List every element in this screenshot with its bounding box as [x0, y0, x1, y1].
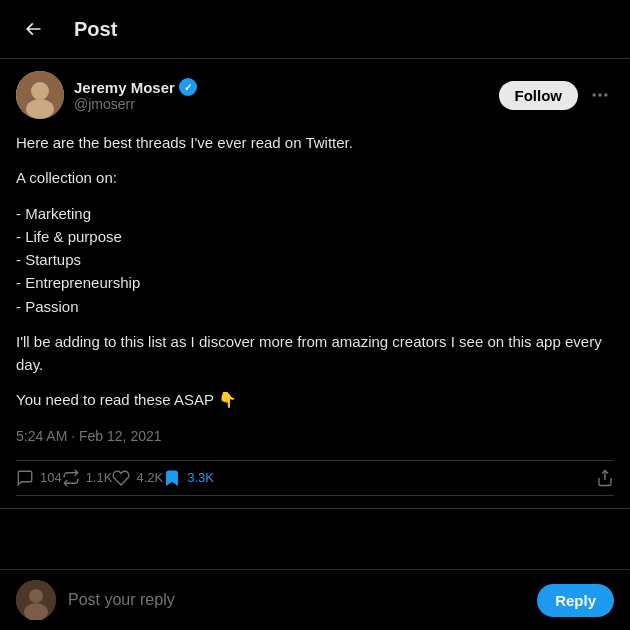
svg-point-1: [31, 82, 49, 100]
tweet-content: Here are the best threads I've ever read…: [16, 131, 614, 412]
comment-icon: [16, 469, 34, 487]
more-button[interactable]: [586, 81, 614, 109]
header: Post: [0, 0, 630, 59]
reply-avatar: [16, 580, 56, 620]
tweet-line3: I'll be adding to this list as I discove…: [16, 330, 614, 377]
tweet-line1: Here are the best threads I've ever read…: [16, 131, 614, 154]
share-icon: [596, 469, 614, 487]
display-name: Jeremy Moser ✓: [74, 78, 197, 96]
svg-point-4: [598, 93, 601, 96]
reply-input[interactable]: [68, 591, 525, 609]
retweets-count: 1.1K: [86, 470, 113, 485]
tweet-timestamp: 5:24 AM · Feb 12, 2021: [16, 428, 614, 444]
verified-badge: ✓: [179, 78, 197, 96]
page-title: Post: [74, 18, 117, 41]
comments-count: 104: [40, 470, 62, 485]
heart-icon: [112, 469, 130, 487]
back-button[interactable]: [16, 12, 50, 46]
bookmarks-stat[interactable]: 3.3K: [163, 469, 214, 487]
user-info: Jeremy Moser ✓ @jmoserr: [16, 71, 197, 119]
likes-stat[interactable]: 4.2K: [112, 469, 163, 487]
bookmarks-count: 3.3K: [187, 470, 214, 485]
svg-point-5: [604, 93, 607, 96]
svg-point-3: [593, 93, 596, 96]
retweet-icon: [62, 469, 80, 487]
likes-count: 4.2K: [136, 470, 163, 485]
tweet-container: Jeremy Moser ✓ @jmoserr Follow Here are …: [0, 59, 630, 509]
bookmark-icon: [163, 469, 181, 487]
follow-button[interactable]: Follow: [499, 81, 579, 110]
svg-point-2: [26, 99, 54, 119]
user-actions: Follow: [499, 81, 615, 110]
tweet-line4: You need to read these ASAP 👇: [16, 388, 614, 411]
tweet-line2: A collection on:: [16, 166, 614, 189]
avatar: [16, 71, 64, 119]
reply-button[interactable]: Reply: [537, 584, 614, 617]
user-names: Jeremy Moser ✓ @jmoserr: [74, 78, 197, 112]
tweet-list: - Marketing - Life & purpose - Startups …: [16, 202, 614, 318]
svg-point-8: [29, 589, 43, 603]
retweets-stat[interactable]: 1.1K: [62, 469, 113, 487]
stats-row: 104 1.1K 4.2K: [16, 460, 614, 496]
share-stat[interactable]: [596, 469, 614, 487]
comments-stat[interactable]: 104: [16, 469, 62, 487]
reply-box: Reply: [0, 569, 630, 630]
user-row: Jeremy Moser ✓ @jmoserr Follow: [16, 71, 614, 119]
username: @jmoserr: [74, 96, 197, 112]
